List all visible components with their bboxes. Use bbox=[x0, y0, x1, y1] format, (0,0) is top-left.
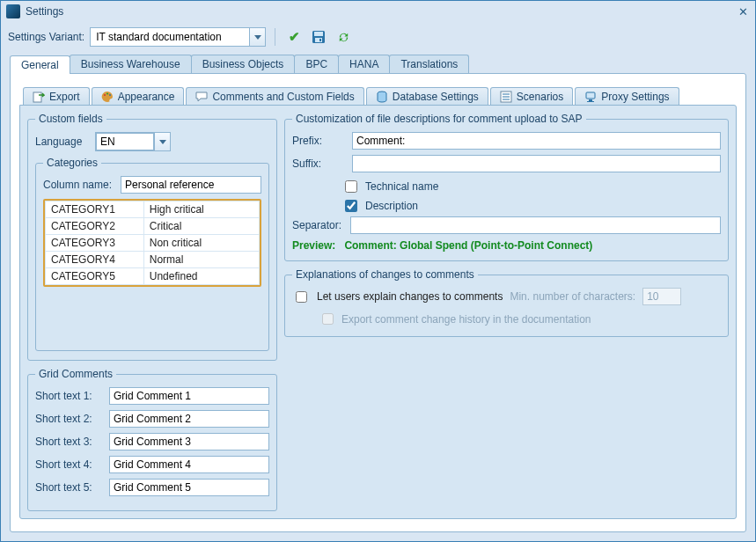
floppy-icon bbox=[312, 30, 326, 44]
subtab-label: Export bbox=[49, 91, 80, 103]
short-text-4-input[interactable] bbox=[109, 456, 269, 473]
comments-panel: Custom fields Language Categories Column… bbox=[19, 105, 737, 519]
short-text-2-label: Short text 2: bbox=[35, 413, 104, 425]
categories-group: Categories Column name: CATEGORY1High cr… bbox=[35, 157, 269, 351]
prefix-label: Prefix: bbox=[292, 135, 347, 147]
subtab-label: Comments and Custom Fields bbox=[212, 91, 354, 103]
categories-table: CATEGORY1High critical CATEGORY2Critical… bbox=[43, 199, 261, 287]
customization-group: Customization of file descriptions for c… bbox=[284, 113, 729, 261]
language-input[interactable] bbox=[96, 133, 154, 150]
subtab-comments[interactable]: Comments and Custom Fields bbox=[186, 87, 363, 106]
subtab-export[interactable]: Export bbox=[23, 87, 90, 106]
svg-point-5 bbox=[104, 94, 106, 96]
app-icon bbox=[6, 4, 20, 18]
apply-button[interactable]: ✔ bbox=[284, 27, 304, 47]
separator-label: Separator: bbox=[292, 219, 345, 231]
separator bbox=[275, 28, 275, 46]
tab-label: Business Objects bbox=[202, 58, 284, 70]
technical-name-checkbox[interactable] bbox=[345, 180, 357, 193]
table-row: CATEGORY1High critical bbox=[46, 201, 260, 218]
window-title: Settings bbox=[26, 5, 63, 18]
chevron-down-icon[interactable] bbox=[154, 133, 170, 150]
tab-label: General bbox=[21, 59, 59, 71]
palette-icon bbox=[101, 91, 114, 103]
explanations-group: Explanations of changes to comments Let … bbox=[284, 268, 729, 337]
export-icon bbox=[33, 91, 45, 103]
custom-fields-legend: Custom fields bbox=[35, 113, 106, 125]
toolbar: Settings Variant: ✔ bbox=[1, 22, 755, 52]
tab-label: Business Warehouse bbox=[81, 58, 180, 70]
tab-business-warehouse[interactable]: Business Warehouse bbox=[70, 55, 192, 73]
column-name-label: Column name: bbox=[43, 179, 115, 191]
suffix-input[interactable] bbox=[352, 155, 721, 172]
cat-val[interactable]: Critical bbox=[143, 218, 259, 235]
preview-value: Comment: Global Spend (Point-to-Point Co… bbox=[344, 239, 592, 252]
tab-translations[interactable]: Translations bbox=[389, 55, 469, 73]
main-panel: Export Appearance Comments and Custom Fi… bbox=[10, 73, 746, 532]
cat-key[interactable]: CATEGORY5 bbox=[46, 268, 144, 285]
export-history-label: Export comment change history in the doc… bbox=[341, 313, 591, 326]
short-text-3-label: Short text 3: bbox=[35, 436, 104, 448]
subtab-label: Database Settings bbox=[393, 91, 479, 103]
database-icon bbox=[376, 91, 388, 103]
language-combo[interactable] bbox=[95, 132, 171, 151]
cat-key[interactable]: CATEGORY4 bbox=[46, 252, 144, 268]
cat-key[interactable]: CATEGORY2 bbox=[46, 218, 144, 235]
svg-rect-15 bbox=[587, 101, 594, 102]
export-history-checkbox bbox=[322, 313, 334, 325]
suffix-label: Suffix: bbox=[292, 157, 347, 170]
table-row: CATEGORY5Undefined bbox=[46, 268, 260, 285]
description-label: Description bbox=[365, 200, 418, 212]
grid-comments-legend: Grid Comments bbox=[35, 368, 116, 380]
title-bar: Settings ✕ bbox=[1, 1, 755, 22]
svg-rect-1 bbox=[314, 32, 323, 36]
main-tabs: General Business Warehouse Business Obje… bbox=[1, 52, 755, 73]
variant-combo[interactable] bbox=[90, 27, 266, 47]
technical-name-label: Technical name bbox=[365, 180, 438, 193]
let-users-checkbox[interactable] bbox=[296, 291, 307, 303]
explanations-legend: Explanations of changes to comments bbox=[292, 268, 478, 281]
subtab-label: Proxy Settings bbox=[601, 91, 669, 103]
separator-input[interactable] bbox=[350, 216, 721, 234]
let-users-label: Let users explain changes to comments bbox=[317, 290, 503, 303]
list-icon bbox=[500, 91, 512, 103]
tab-hana[interactable]: HANA bbox=[338, 55, 390, 73]
cat-val[interactable]: Normal bbox=[143, 252, 259, 268]
comment-icon bbox=[195, 91, 208, 103]
short-text-2-input[interactable] bbox=[109, 410, 269, 428]
prefix-input[interactable] bbox=[352, 132, 721, 150]
column-name-input[interactable] bbox=[121, 176, 261, 194]
refresh-button[interactable] bbox=[334, 27, 353, 47]
tab-business-objects[interactable]: Business Objects bbox=[191, 55, 296, 73]
short-text-5-input[interactable] bbox=[109, 479, 269, 496]
chevron-down-icon[interactable] bbox=[249, 28, 265, 46]
cat-val[interactable]: Undefined bbox=[143, 268, 259, 285]
cat-key[interactable]: CATEGORY1 bbox=[46, 201, 144, 218]
cat-key[interactable]: CATEGORY3 bbox=[46, 235, 144, 252]
short-text-1-input[interactable] bbox=[109, 387, 269, 405]
tab-label: Translations bbox=[400, 58, 458, 70]
save-button[interactable] bbox=[309, 27, 328, 47]
close-icon[interactable]: ✕ bbox=[736, 4, 750, 18]
tab-bpc[interactable]: BPC bbox=[294, 55, 339, 73]
subtab-appearance[interactable]: Appearance bbox=[92, 87, 185, 106]
svg-rect-4 bbox=[33, 92, 41, 102]
svg-point-7 bbox=[109, 94, 111, 96]
subtab-label: Scenarios bbox=[517, 91, 563, 103]
tab-general[interactable]: General bbox=[10, 55, 70, 74]
svg-rect-13 bbox=[586, 92, 595, 99]
preview-row: Preview: Comment: Global Spend (Point-to… bbox=[292, 239, 721, 252]
short-text-4-label: Short text 4: bbox=[35, 458, 104, 471]
cat-val[interactable]: Non critical bbox=[143, 235, 259, 252]
short-text-3-input[interactable] bbox=[109, 433, 269, 450]
table-row: CATEGORY4Normal bbox=[46, 252, 260, 268]
cat-val[interactable]: High critical bbox=[143, 201, 259, 218]
subtab-scenarios[interactable]: Scenarios bbox=[490, 87, 573, 106]
subtab-proxy[interactable]: Proxy Settings bbox=[575, 87, 679, 106]
subtab-database[interactable]: Database Settings bbox=[366, 87, 488, 106]
variant-input[interactable] bbox=[91, 28, 249, 46]
proxy-icon bbox=[584, 91, 597, 103]
min-chars-input bbox=[642, 288, 681, 305]
variant-label: Settings Variant: bbox=[8, 31, 84, 43]
description-checkbox[interactable] bbox=[345, 200, 357, 212]
